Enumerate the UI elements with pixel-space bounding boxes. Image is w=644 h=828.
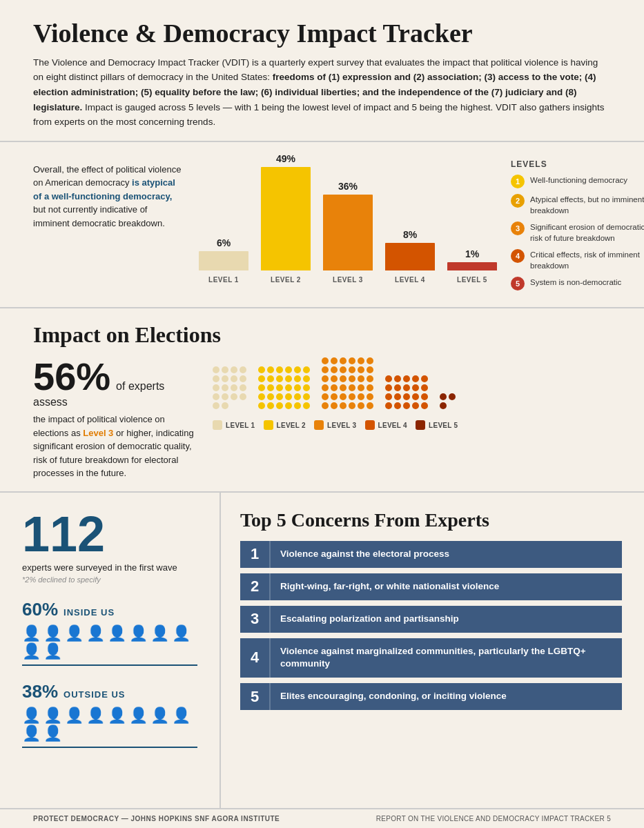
bars-container: 6%LEVEL 149%LEVEL 236%LEVEL 38%LEVEL 41%…: [199, 159, 497, 284]
inside-label: INSIDE US: [64, 607, 115, 618]
bar-item: 1%LEVEL 5: [447, 248, 497, 284]
dot: [331, 393, 338, 400]
concern-item: 2Right-wing, far-right, or white nationa…: [240, 573, 622, 600]
dot: [322, 393, 329, 400]
header-section: Violence & Democracy Impact Tracker The …: [0, 0, 644, 142]
dot: [231, 384, 237, 391]
dot: [267, 366, 274, 373]
dot: [303, 375, 310, 382]
dot: [331, 384, 338, 391]
dot: [440, 402, 447, 409]
divider2: [22, 747, 197, 748]
dot: [322, 375, 329, 382]
elections-title: Impact on Elections: [33, 322, 611, 348]
level-item: 5System is non-democratic: [511, 277, 644, 290]
concern-text: Elites encouraging, condoning, or inciti…: [269, 683, 622, 710]
level-description: Critical effects, risk of imminent break…: [530, 249, 644, 271]
dot: [213, 366, 219, 373]
dot-legend-item: LEVEL 5: [416, 420, 458, 430]
person-icon: 👤: [150, 708, 169, 723]
dot-visualization: LEVEL 1LEVEL 2LEVEL 3LEVEL 4LEVEL 5: [213, 357, 611, 430]
dot: [421, 393, 428, 400]
dot: [213, 375, 219, 382]
dot: [449, 393, 456, 400]
dot: [394, 375, 401, 382]
concerns-title: Top 5 Concerns From Experts: [240, 509, 622, 531]
level-number: 4: [511, 249, 525, 263]
dot: [213, 384, 219, 391]
dot: [285, 384, 292, 391]
concern-item: 1Violence against the electoral process: [240, 541, 622, 568]
dot: [385, 384, 392, 391]
dot-group: [213, 366, 248, 409]
bar-percentage: 8%: [403, 229, 417, 240]
dot: [340, 384, 347, 391]
bar-item: 36%LEVEL 3: [323, 181, 373, 284]
levels-legend: LEVELS 1Well-functioning democracy2Atypi…: [511, 156, 644, 297]
elections-description: the impact of political violence on elec…: [33, 413, 199, 480]
outside-people-icons: 👤👤👤👤👤👤👤👤👤👤: [22, 708, 197, 741]
person-icon: 👤: [129, 626, 148, 641]
dot-group: [322, 357, 375, 409]
person-icon: 👤: [22, 626, 41, 641]
stats-section: 112 experts were surveyed in the first w…: [0, 493, 221, 808]
bar-item: 49%LEVEL 2: [261, 153, 311, 284]
dot: [358, 357, 364, 364]
bar-rect: [261, 167, 311, 270]
dot: [367, 366, 373, 373]
dot: [394, 402, 401, 409]
bar-label: LEVEL 3: [333, 276, 363, 284]
dot: [358, 393, 364, 400]
page: Violence & Democracy Impact Tracker The …: [0, 0, 644, 828]
bar-rect: [199, 251, 248, 270]
dot: [222, 393, 228, 400]
dot: [331, 402, 338, 409]
elections-section: Impact on Elections 56% of experts asses…: [0, 308, 644, 493]
bar-percentage: 6%: [217, 237, 231, 248]
footer: PROTECT DEMOCRACY — JOHNS HOPKINS SNF AG…: [0, 808, 644, 828]
dots-grid: [213, 366, 248, 409]
bar-rect: [447, 262, 497, 270]
bar-item: 6%LEVEL 1: [199, 237, 248, 284]
dot: [240, 384, 246, 391]
bar-label: LEVEL 4: [395, 276, 425, 284]
dots-grid: [258, 366, 312, 409]
dot: [222, 366, 228, 373]
person-icon: 👤: [65, 626, 84, 641]
dot: [258, 384, 265, 391]
dot: [322, 402, 329, 409]
level-item: 4Critical effects, risk of imminent brea…: [511, 249, 644, 271]
person-icon: 👤: [65, 708, 84, 723]
dot: [322, 384, 329, 391]
dot: [294, 375, 301, 382]
footnote: *2% declined to specify: [22, 575, 197, 584]
dot: [394, 393, 401, 400]
person-icon: 👤: [22, 708, 41, 723]
dot: [358, 402, 364, 409]
person-icon: 👤: [43, 708, 62, 723]
dot: [340, 357, 347, 364]
dot: [412, 384, 419, 391]
dots-grid: [385, 375, 430, 409]
level-description: System is non-democratic: [530, 277, 621, 288]
legend-dot: [264, 420, 273, 430]
dot: [340, 402, 347, 409]
dot: [303, 402, 310, 409]
dot: [213, 402, 219, 409]
person-icon: 👤: [172, 626, 191, 641]
dot: [276, 393, 283, 400]
dot: [294, 402, 301, 409]
dot: [349, 357, 355, 364]
dot: [358, 366, 364, 373]
intro-paragraph: The Violence and Democracy Impact Tracke…: [33, 55, 611, 130]
inside-pct: 60%: [22, 599, 58, 620]
dot: [276, 402, 283, 409]
dot: [267, 375, 274, 382]
person-icon: 👤: [22, 644, 41, 659]
legend-dot: [213, 420, 222, 430]
level-description: Atypical effects, but no imminent threat…: [530, 194, 644, 216]
person-icon: 👤: [43, 726, 62, 741]
concern-text: Violence against marginalized communitie…: [269, 638, 622, 678]
dot: [267, 393, 274, 400]
concern-item: 5Elites encouraging, condoning, or incit…: [240, 683, 622, 710]
